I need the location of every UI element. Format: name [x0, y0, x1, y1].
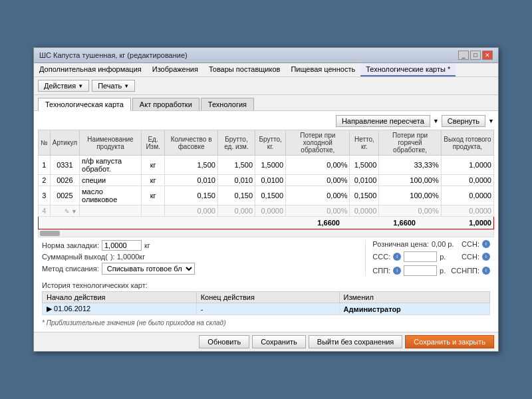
horizontal-scrollbar[interactable] [38, 229, 494, 237]
row1-loss-cold: 0,00% [286, 156, 350, 175]
maximize-button[interactable]: □ [470, 51, 481, 60]
menu-suppliers[interactable]: Товары поставщиков [203, 63, 285, 76]
history-title: История технологических карт: [42, 281, 490, 289]
history-row[interactable]: ▶ 01.06.2012 - Администратор [43, 303, 490, 315]
footer-note: * Приблизительные значения (не было прих… [38, 318, 494, 328]
sum-spacer [39, 218, 289, 227]
tab-tech-card[interactable]: Технологическая карта [38, 98, 131, 111]
new-row-netto-cell: 0,0000 [350, 205, 379, 217]
history-col-changed: Изменил [339, 292, 489, 303]
spp-info-icon[interactable]: i [393, 267, 401, 275]
norm-input[interactable] [102, 240, 142, 251]
row1-output: 1,0000 [441, 156, 493, 175]
new-row[interactable]: 4 ✎ ▼ 0,000 0,000 0,0000 0,00% 0,0000 0,… [39, 205, 494, 217]
table-row[interactable]: 1 0331 п/ф капуста обработ. кг 1,500 1,5… [39, 156, 494, 175]
summary-suffix: ): 1,0000кг [110, 253, 145, 261]
table-row[interactable]: 2 0026 специи кг 0,010 0,010 0,0100 0,00… [39, 175, 494, 186]
summary-row: Суммарный выход( ): 1,0000кг [42, 253, 360, 261]
title-bar: ШС Капуста тушенная, кг (редактирование)… [34, 48, 498, 63]
col-brutto-unit: Брутто, ед. изм. [217, 130, 255, 156]
ssnpp-label: ССНПП: [451, 267, 479, 275]
actions-arrow-icon: ▼ [78, 83, 83, 89]
save-button[interactable]: Сохранить [252, 335, 306, 348]
norm-unit: кг [144, 241, 150, 249]
content-area: Направление пересчета ▼ Свернуть ▼ № Арт… [34, 111, 498, 332]
row2-unit: кг [142, 175, 165, 186]
toolbar: Действия ▼ Печать ▼ [34, 77, 498, 95]
ccc-unit: р. [440, 253, 446, 261]
table-controls: Направление пересчета ▼ Свернуть ▼ [38, 115, 494, 127]
sum-gap2 [418, 218, 440, 227]
row2-name: специи [80, 175, 142, 186]
col-loss-hot: Потери при горячей обработке, [379, 130, 441, 156]
sum-gap1 [342, 218, 364, 227]
col-output: Выход готового продукта, [441, 130, 493, 156]
close-button[interactable]: ✕ [482, 51, 493, 60]
row1-netto: 1,5000 [350, 156, 379, 175]
ssh-info-icon[interactable]: i [482, 240, 490, 248]
row1-unit: кг [142, 156, 165, 175]
spp-label: СПП: [372, 267, 390, 275]
menu-tech-cards[interactable]: Технологические карты * [360, 63, 456, 76]
direction-arrow-icon: ▼ [433, 118, 439, 124]
expand-icon: ▶ [47, 305, 54, 313]
tab-processing[interactable]: Акт проработки [132, 98, 200, 110]
row2-brutto-kg: 0,0100 [255, 175, 286, 186]
row3-brutto-kg: 0,1500 [255, 186, 286, 205]
new-row-output-cell: 0,0000 [441, 205, 493, 217]
menu-nutrition[interactable]: Пищевая ценность [285, 63, 360, 76]
print-label: Печать [98, 82, 122, 90]
ccc-input[interactable] [404, 251, 437, 262]
scrollbar-thumb[interactable] [40, 231, 60, 236]
row2-loss-cold: 0,00% [286, 175, 350, 186]
row1-num: 1 [39, 156, 51, 175]
ssh-label: ССН: [462, 240, 479, 248]
price-row: Розничная цена: 0,00 р. ССН: i [372, 240, 490, 248]
actions-button[interactable]: Действия ▼ [38, 80, 89, 92]
refresh-button[interactable]: Обновить [199, 335, 249, 348]
table-row[interactable]: 3 0025 масло оливковое кг 0,150 0,150 0,… [39, 186, 494, 205]
sum-brutto-kg: 1,6600 [289, 218, 342, 227]
tab-technology[interactable]: Технология [201, 98, 254, 110]
save-close-button[interactable]: Сохранить и закрыть [405, 335, 494, 348]
history-col-start: Начало действия [43, 292, 197, 303]
col-name: Наименование продукта [80, 130, 142, 156]
print-button[interactable]: Печать ▼ [92, 80, 135, 92]
row2-loss-hot: 100,00% [379, 175, 441, 186]
ccc-label: ССС: [372, 253, 390, 261]
col-article: Артикул [50, 130, 79, 156]
exit-button[interactable]: Выйти без сохранения [309, 335, 403, 348]
ssh2-info-icon[interactable]: i [482, 253, 490, 261]
ingredients-table: № Артикул Наименование продукта Ед. Изм.… [38, 130, 494, 217]
norm-label: Норма закладки: [42, 241, 99, 249]
row1-name: п/ф капуста обработ. [80, 156, 142, 175]
collapse-button[interactable]: Свернуть [442, 115, 485, 127]
row1-loss-hot: 33,33% [379, 156, 441, 175]
row2-qty: 0,010 [165, 175, 218, 186]
norm-row: Норма закладки: кг [42, 240, 360, 251]
actions-label: Действия [44, 82, 76, 90]
minimize-button[interactable]: _ [458, 51, 469, 60]
history-section: История технологических карт: Начало дей… [38, 279, 494, 318]
history-start: ▶ 01.06.2012 [43, 303, 197, 315]
menu-additional-info[interactable]: Дополнительная информация [34, 63, 147, 76]
row3-netto: 0,1500 [350, 186, 379, 205]
print-arrow-icon: ▼ [124, 83, 129, 89]
new-row-article-cell: ✎ ▼ [50, 205, 79, 217]
col-netto: Нетто, кг. [350, 130, 379, 156]
history-end: - [196, 303, 339, 315]
col-unit: Ед. Изм. [142, 130, 165, 156]
row2-article: 0026 [50, 175, 79, 186]
price-value: 0,00 р. [432, 240, 454, 248]
spp-input[interactable] [404, 265, 437, 276]
tab-bar: Технологическая карта Акт проработки Тех… [34, 95, 498, 111]
ccc-info-icon[interactable]: i [393, 253, 401, 261]
sum-output: 1,0000 [440, 218, 493, 227]
spp-unit: р. [440, 267, 446, 275]
new-row-loss-hot-cell: 0,00% [379, 205, 441, 217]
menu-images[interactable]: Изображения [147, 63, 203, 76]
method-select[interactable]: Списывать готовое блюдо/... [102, 263, 195, 275]
direction-button[interactable]: Направление пересчета [336, 115, 430, 127]
spp-row: СПП: i р. ССНПП: i [372, 265, 490, 276]
ssnpp-info-icon[interactable]: i [482, 267, 490, 275]
